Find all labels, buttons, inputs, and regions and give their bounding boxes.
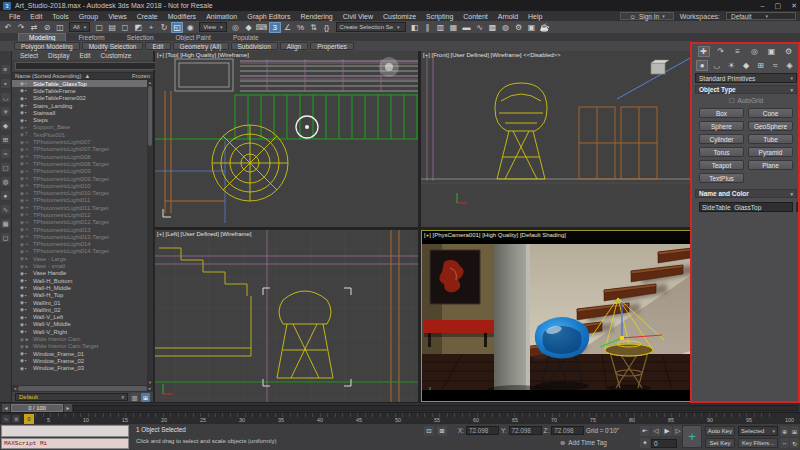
key-filters-button[interactable]: Key Filters... (738, 438, 778, 448)
display-containers-icon[interactable]: ▦ (1, 219, 10, 228)
select-and-place-icon[interactable]: ◉ (184, 22, 196, 33)
scene-object-row[interactable]: ◉▪ Window_Frame_02 (12, 357, 147, 364)
edit-named-selection-sets-icon[interactable]: {} (321, 22, 333, 33)
key-mode-toggle-icon[interactable]: ✦ (640, 438, 650, 448)
ribbon-tab[interactable]: Freeform (68, 33, 114, 41)
workspace-select[interactable]: Default ▾ (726, 12, 796, 20)
menu-item[interactable]: Edit (25, 13, 47, 20)
display-lights-icon[interactable]: ☀ (1, 107, 10, 116)
primitive-button[interactable]: Pyramid (748, 147, 793, 157)
scene-object-row[interactable]: ◉▪ Window_Frame_03 (12, 365, 147, 372)
object-type-rollout-header[interactable]: Object Type ▾ (695, 85, 797, 94)
current-frame-marker[interactable]: 0 (24, 414, 34, 424)
primitive-button[interactable]: Teapot (699, 160, 744, 170)
scene-object-row[interactable]: ◉▪ SideTableFrame002 (12, 95, 147, 102)
display-helpers-icon[interactable]: ⊞ (1, 135, 10, 144)
display-bones-icon[interactable]: ∿ (1, 205, 10, 214)
primitive-button[interactable]: Tube (748, 134, 793, 144)
systems-category-icon[interactable]: ◈ (784, 60, 796, 71)
align-icon[interactable]: ∥ (422, 22, 434, 33)
y-field[interactable]: 72.098 (509, 426, 542, 435)
time-slider-track[interactable] (73, 405, 798, 411)
display-frozen-icon[interactable]: ◻ (1, 233, 10, 242)
scene-object-row[interactable]: ◉◆ Wide Interior Cam (12, 335, 147, 342)
ribbon-group-button[interactable]: Align (280, 42, 308, 50)
maxscript-listener-field[interactable]: MAXScript Mi (1, 438, 129, 450)
ribbon-group-button[interactable]: Subdivision (231, 42, 278, 50)
scene-explorer-settings-icon[interactable]: ▥ (130, 393, 139, 402)
redo-icon[interactable]: ↷ (15, 22, 27, 33)
scene-object-row[interactable]: ◉▪ Wall-H_Bottom (12, 277, 147, 284)
display-cameras-icon[interactable]: ◆ (1, 121, 10, 130)
menu-item[interactable]: Rendering (295, 13, 337, 20)
scene-object-row[interactable]: ◉▪ Wall-V_Left (12, 314, 147, 321)
menu-item[interactable]: Help (523, 13, 547, 20)
scroll-right-icon[interactable]: ► (148, 386, 152, 391)
ribbon-group-button[interactable]: Polygon Modeling (14, 42, 80, 50)
primitive-button[interactable]: Plane (748, 160, 793, 170)
rendered-frame-window-icon[interactable]: ▣ (526, 22, 538, 33)
viewport-label[interactable]: [+] [Front] [User Defined] [Wireframe] <… (423, 52, 561, 58)
ribbon-group-button[interactable]: Edit (145, 42, 170, 50)
viewport-label[interactable]: [+] [Top] [High Quality] [Wireframe] (157, 52, 249, 58)
isolate-selection-toggle[interactable]: ⊡ (424, 426, 434, 436)
modify-tab-icon[interactable]: ↷ (715, 46, 727, 57)
scene-object-row[interactable]: ◉▪ Stairs_Landing (12, 102, 147, 109)
scene-object-row[interactable]: ◉▪ Stairwall (12, 109, 147, 116)
scene-object-row[interactable]: ◉▪ Wall-V_Right (12, 328, 147, 335)
ribbon-group-button[interactable]: Properties (310, 42, 354, 50)
track-bar[interactable]: ∿≣ 0 51015202530354045505560657075808590… (0, 412, 800, 424)
display-geometry-icon[interactable]: ▪ (1, 79, 10, 88)
percent-snap-icon[interactable]: % (295, 22, 307, 33)
scroll-left-icon[interactable]: ◄ (13, 386, 17, 391)
explorer-menu-item[interactable]: Edit (75, 52, 94, 59)
use-pivot-point-center-icon[interactable]: ◎ (230, 22, 242, 33)
maximize-button[interactable]: ▢ (775, 2, 782, 10)
scene-object-row[interactable]: ◉◆ Wide Interior Cam.Target (12, 343, 147, 350)
scene-object-row[interactable]: ◉▪ WallInt_02 (12, 306, 147, 313)
primitive-category-select[interactable]: Standard Primitives ▾ (695, 73, 797, 83)
spinner-snap-icon[interactable]: ⇅ (308, 22, 320, 33)
maxscript-mini-listener[interactable]: MAXScript Mi (0, 424, 130, 450)
track-bar-filter-icon[interactable]: ≣ (12, 415, 20, 423)
object-color-swatch[interactable] (796, 202, 798, 212)
display-groups-icon[interactable]: ▢ (1, 163, 10, 172)
minimize-button[interactable]: – (761, 2, 765, 10)
scene-object-row[interactable]: ◉☀ TPhotometricLight013 (12, 226, 147, 233)
scene-object-row[interactable]: ◉☀ TPhotometricLight013.Target (12, 233, 147, 240)
primitive-button[interactable]: GeoSphere (748, 121, 793, 131)
horizontal-scrollbar[interactable]: ◄ ► (12, 385, 153, 392)
vertical-scrollbar[interactable]: ▲ ▼ (147, 80, 153, 385)
explorer-menu-item[interactable]: Display (44, 52, 73, 59)
set-keys-button[interactable]: + (682, 425, 702, 448)
play-icon[interactable]: ▶ (662, 426, 672, 436)
zoom-all-icon[interactable]: ⊞ (790, 426, 799, 436)
toggle-scene-explorer-icon[interactable]: ▥ (435, 22, 447, 33)
mirror-icon[interactable]: ◧ (409, 22, 421, 33)
scrollbar-thumb[interactable] (148, 86, 152, 146)
selection-lock-toggle[interactable]: ⊠ (437, 426, 447, 436)
scene-object-row[interactable]: ◉☀ TPhotometricLight010 (12, 182, 147, 189)
lights-category-icon[interactable]: ☀ (725, 60, 737, 71)
left-viewport[interactable]: [+] [Left] [User Defined] [Wireframe] (155, 230, 418, 402)
scene-object-row[interactable]: ◉▪ Window_Frame_01 (12, 350, 147, 357)
menu-item[interactable]: Civil View (338, 13, 378, 20)
snaps-toggle-icon[interactable]: 3 (269, 22, 281, 33)
scene-object-row[interactable]: ◉▪ Wall-H_Middle (12, 284, 147, 291)
camera-viewport[interactable]: [+] [PhysCamera001] [High Quality] [Defa… (421, 230, 692, 402)
primitive-button[interactable]: Torus (699, 147, 744, 157)
select-object-icon[interactable]: ▢ (93, 22, 105, 33)
add-time-tag[interactable]: ⊗ Add Time Tag (560, 439, 607, 446)
orbit-icon[interactable]: ↻ (790, 438, 799, 448)
scene-object-row[interactable]: ◉☀ TPhotometricLight012.Target (12, 219, 147, 226)
motion-tab-icon[interactable]: ◎ (749, 46, 761, 57)
front-viewport[interactable]: [+] [Front] [User Defined] [Wireframe] <… (421, 51, 692, 227)
primitive-button[interactable]: Sphere (699, 121, 744, 131)
auto-key-button[interactable]: Auto Key (705, 426, 735, 436)
close-button[interactable]: ✕ (791, 2, 797, 10)
explorer-column-header[interactable]: Name (Sorted Ascending) ▲ Frozen (12, 72, 153, 80)
bind-to-space-warp-icon[interactable]: ◫ (54, 22, 66, 33)
unlink-selection-icon[interactable]: ⊘ (41, 22, 53, 33)
hierarchy-tab-icon[interactable]: ≡ (732, 46, 744, 57)
toggle-layer-explorer-icon[interactable]: ▦ (448, 22, 460, 33)
